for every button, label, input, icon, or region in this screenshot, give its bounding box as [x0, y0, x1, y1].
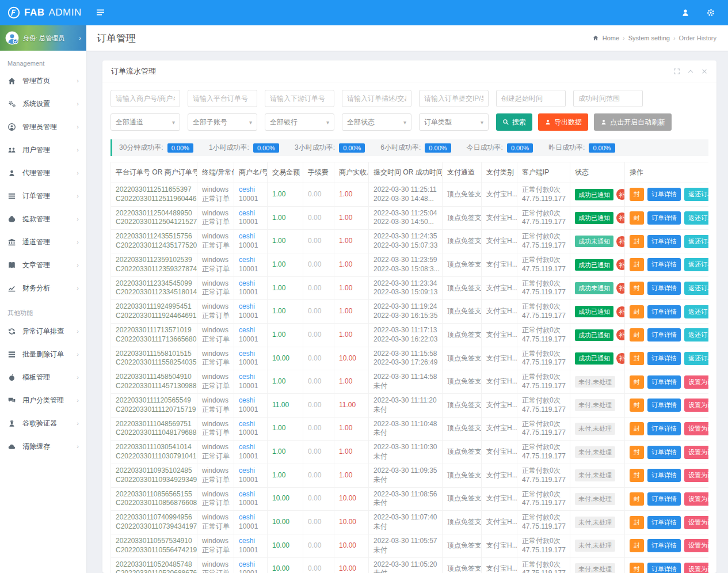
sidebar-item[interactable]: 代理管理 › [0, 161, 86, 184]
gear-icon[interactable] [706, 8, 715, 17]
sidebar-item[interactable]: 财务分析 › [0, 276, 86, 299]
block-order-button[interactable]: 封 [630, 422, 644, 435]
set-paid-button[interactable]: 设置为已支付 [684, 399, 708, 412]
merchant-link[interactable]: ceshi [239, 396, 255, 404]
order-details-button[interactable]: 订单详情 [647, 258, 681, 271]
order-details-button[interactable]: 订单详情 [647, 352, 681, 365]
merchant-link[interactable]: ceshi [239, 560, 255, 568]
order-details-button[interactable]: 订单详情 [647, 399, 681, 412]
order-type-select[interactable]: 订单类型▾ [419, 113, 489, 131]
merchant-link[interactable]: ceshi [239, 232, 255, 240]
user-panel[interactable]: 身份: 总管理员 › [0, 25, 86, 51]
merchant-link[interactable]: ceshi [239, 443, 255, 451]
bank-select[interactable]: 全部银行▾ [265, 113, 334, 131]
block-order-button[interactable]: 封 [630, 539, 644, 552]
refund-order-button[interactable]: 返还订单 [684, 282, 708, 295]
order-details-button[interactable]: 订单详情 [647, 516, 681, 529]
order-details-button[interactable]: 订单详情 [647, 422, 681, 435]
merchant-link[interactable]: ceshi [239, 466, 255, 475]
sidebar-item[interactable]: 用户管理 › [0, 138, 86, 161]
sidebar-item[interactable]: 模板管理 › [0, 366, 86, 389]
order-details-button[interactable]: 订单详情 [647, 539, 681, 552]
set-paid-button[interactable]: 设置为已支付 [684, 539, 708, 552]
block-order-button[interactable]: 封 [630, 258, 644, 271]
auto-refresh-button[interactable]: 点击开启自动刷新 [594, 113, 672, 131]
breadcrumb-item[interactable]: System setting [628, 35, 670, 41]
status-select[interactable]: 全部状态▾ [342, 113, 411, 131]
order-details-button[interactable]: 订单详情 [647, 211, 681, 225]
block-order-button[interactable]: 封 [630, 211, 644, 225]
sidebar-item[interactable]: 清除缓存 › [0, 435, 86, 458]
order-details-button[interactable]: 订单详情 [647, 305, 681, 318]
refund-order-button[interactable]: 返还订单 [684, 305, 708, 318]
set-paid-button[interactable]: 设置为已支付 [684, 492, 708, 506]
sidebar-item[interactable]: 通道管理 › [0, 230, 86, 253]
sidebar-item[interactable]: 异常订单排查 › [0, 320, 86, 343]
breadcrumb-home[interactable]: Home [603, 35, 619, 41]
sidebar-item[interactable]: 订单管理 › [0, 184, 86, 207]
downstream-order-input[interactable] [265, 90, 334, 107]
patch-badge[interactable]: 补 [616, 283, 625, 294]
order-details-button[interactable]: 订单详情 [647, 492, 681, 506]
block-order-button[interactable]: 封 [630, 375, 644, 389]
block-order-button[interactable]: 封 [630, 305, 644, 318]
user-icon[interactable] [681, 8, 690, 17]
merchant-link[interactable]: ceshi [239, 513, 255, 521]
set-paid-button[interactable]: 设置为已支付 [684, 469, 708, 482]
collapse-icon[interactable] [687, 68, 694, 75]
merchant-link[interactable]: ceshi [239, 326, 255, 334]
sidebar-item[interactable]: 管理员管理 › [0, 115, 86, 138]
patch-badge[interactable]: 补 [616, 212, 625, 223]
order-details-button[interactable]: 订单详情 [647, 469, 681, 482]
refund-order-button[interactable]: 返还订单 [684, 235, 708, 248]
refund-order-button[interactable]: 返还订单 [684, 188, 708, 201]
merchant-search-input[interactable] [110, 90, 180, 107]
merchant-link[interactable]: ceshi [239, 185, 255, 193]
block-order-button[interactable]: 封 [630, 469, 644, 482]
ip-input[interactable] [419, 90, 489, 107]
sidebar-item[interactable]: 谷歌验证器 › [0, 412, 86, 435]
block-order-button[interactable]: 封 [630, 446, 644, 459]
block-order-button[interactable]: 封 [630, 516, 644, 529]
sidebar-item[interactable]: 提款管理 › [0, 207, 86, 230]
merchant-link[interactable]: ceshi [239, 490, 255, 498]
order-details-button[interactable]: 订单详情 [647, 328, 681, 341]
block-order-button[interactable]: 封 [630, 352, 644, 365]
block-order-button[interactable]: 封 [630, 492, 644, 506]
order-details-button[interactable]: 订单详情 [647, 563, 681, 573]
block-order-button[interactable]: 封 [630, 282, 644, 295]
merchant-link[interactable]: ceshi [239, 350, 255, 358]
merchant-link[interactable]: ceshi [239, 256, 255, 264]
block-order-button[interactable]: 封 [630, 563, 644, 573]
close-icon[interactable] [701, 68, 708, 75]
merchant-link[interactable]: ceshi [239, 537, 255, 545]
set-paid-button[interactable]: 设置为已支付 [684, 422, 708, 435]
order-details-button[interactable]: 订单详情 [647, 282, 681, 295]
set-paid-button[interactable]: 设置为已支付 [684, 446, 708, 459]
block-order-button[interactable]: 封 [630, 399, 644, 412]
refund-order-button[interactable]: 返还订单 [684, 352, 708, 365]
merchant-link[interactable]: ceshi [239, 279, 255, 287]
order-details-button[interactable]: 订单详情 [647, 446, 681, 459]
block-order-button[interactable]: 封 [630, 328, 644, 341]
order-desc-input[interactable] [342, 90, 411, 107]
sidebar-item[interactable]: 文章管理 › [0, 253, 86, 276]
order-details-button[interactable]: 订单详情 [647, 375, 681, 389]
channel-select[interactable]: 全部通道▾ [110, 113, 180, 131]
refund-order-button[interactable]: 返还订单 [684, 211, 708, 225]
success-time-input[interactable] [573, 90, 643, 107]
refund-order-button[interactable]: 返还订单 [684, 258, 708, 271]
merchant-link[interactable]: ceshi [239, 209, 255, 217]
sidebar-item[interactable]: 系统设置 › [0, 92, 86, 115]
create-time-input[interactable] [496, 90, 566, 107]
export-data-button[interactable]: 导出数据 [538, 113, 588, 131]
merchant-link[interactable]: ceshi [239, 420, 255, 428]
patch-badge[interactable]: 补 [616, 306, 625, 317]
subaccount-select[interactable]: 全部子账号▾ [188, 113, 257, 131]
order-details-button[interactable]: 订单详情 [647, 235, 681, 248]
patch-badge[interactable]: 补 [616, 189, 625, 200]
patch-badge[interactable]: 补 [616, 259, 625, 270]
set-paid-button[interactable]: 设置为已支付 [684, 375, 708, 389]
expand-icon[interactable] [673, 68, 680, 75]
order-details-button[interactable]: 订单详情 [647, 188, 681, 201]
